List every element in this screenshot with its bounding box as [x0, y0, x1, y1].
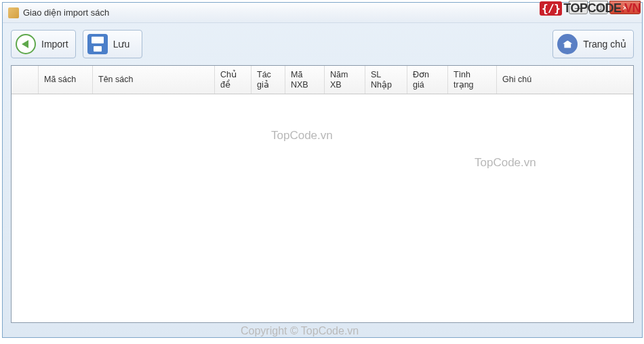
col-tinh-trang[interactable]: Tình trạng: [448, 66, 497, 94]
import-button[interactable]: Import: [11, 30, 76, 58]
watermark-brand: {/} TOPCODE.VN: [540, 1, 641, 16]
brand-tld: .VN: [621, 1, 641, 16]
data-grid[interactable]: Mã sách Tên sách Chủ đề Tác giả Mã NXB N…: [11, 65, 634, 323]
home-label: Trang chủ: [583, 39, 626, 50]
save-icon: [87, 34, 108, 54]
col-ghi-chu[interactable]: Ghi chú: [497, 66, 633, 94]
col-ma-nxb[interactable]: Mã NXB: [285, 66, 325, 94]
col-chu-de[interactable]: Chủ đề: [215, 66, 251, 94]
app-window: Giao diện import sách — ☐ ✕ Import Lưu T…: [2, 2, 643, 338]
brand-text: TOPCODE: [563, 1, 621, 16]
home-icon: [557, 34, 578, 54]
col-nam-xb[interactable]: Năm XB: [325, 66, 365, 94]
col-ma-sach[interactable]: Mã sách: [39, 66, 93, 94]
window-title: Giao diện import sách: [23, 7, 109, 18]
home-button[interactable]: Trang chủ: [552, 30, 634, 58]
import-label: Import: [41, 39, 68, 50]
col-sl-nhap[interactable]: SL Nhập: [365, 66, 407, 94]
col-don-gia[interactable]: Đơn giá: [407, 66, 448, 94]
app-icon: [8, 7, 19, 18]
col-tac-gia[interactable]: Tác giả: [251, 66, 285, 94]
import-icon: [16, 34, 36, 54]
brand-icon: {/}: [540, 1, 562, 16]
save-label: Lưu: [113, 39, 130, 50]
col-ten-sach[interactable]: Tên sách: [93, 66, 215, 94]
save-button[interactable]: Lưu: [83, 30, 142, 58]
grid-header-row: Mã sách Tên sách Chủ đề Tác giả Mã NXB N…: [12, 66, 633, 94]
toolbar: Import Lưu Trang chủ: [3, 23, 642, 65]
row-selector-header[interactable]: [12, 66, 39, 94]
